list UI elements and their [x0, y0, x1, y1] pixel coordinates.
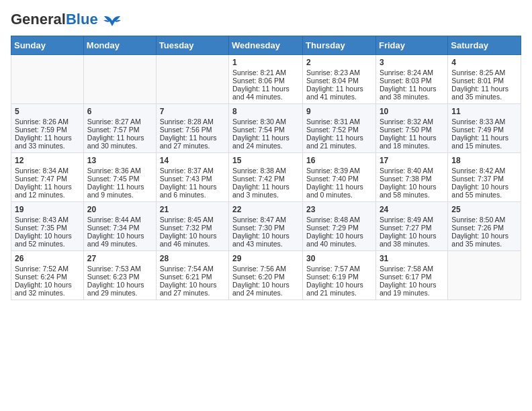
day-info: Sunset: 7:32 PM	[160, 224, 225, 232]
day-info: Sunrise: 8:23 AM	[306, 68, 372, 77]
day-header-saturday: Saturday	[448, 36, 521, 54]
calendar-cell: 2Sunrise: 8:23 AMSunset: 8:04 PMDaylight…	[303, 54, 376, 103]
day-info: Daylight: 10 hours and 40 minutes.	[306, 232, 372, 248]
day-info: Sunrise: 8:45 AM	[160, 216, 225, 224]
day-info: Sunset: 7:43 PM	[160, 175, 225, 183]
page-header: GeneralBlue	[11, 11, 521, 29]
day-info: Sunset: 7:26 PM	[451, 224, 517, 232]
calendar-cell: 3Sunrise: 8:24 AMSunset: 8:03 PMDaylight…	[375, 54, 447, 103]
day-number: 21	[160, 205, 225, 214]
day-number: 16	[306, 156, 372, 165]
calendar-week-row: 26Sunrise: 7:52 AMSunset: 6:24 PMDayligh…	[11, 250, 521, 300]
calendar-cell: 14Sunrise: 8:37 AMSunset: 7:43 PMDayligh…	[156, 152, 228, 201]
day-info: Sunrise: 8:21 AM	[232, 68, 299, 77]
day-number: 5	[15, 107, 80, 116]
day-header-wednesday: Wednesday	[229, 36, 303, 54]
day-info: Daylight: 11 hours and 15 minutes.	[451, 134, 517, 150]
calendar-week-row: 19Sunrise: 8:43 AMSunset: 7:35 PMDayligh…	[11, 201, 521, 250]
day-info: Sunset: 7:56 PM	[160, 126, 225, 134]
calendar-cell: 22Sunrise: 8:47 AMSunset: 7:30 PMDayligh…	[229, 201, 303, 250]
calendar-cell: 31Sunrise: 7:58 AMSunset: 6:17 PMDayligh…	[375, 250, 447, 300]
calendar-cell: 12Sunrise: 8:34 AMSunset: 7:47 PMDayligh…	[11, 152, 84, 201]
day-number: 30	[306, 254, 372, 263]
day-info: Daylight: 11 hours and 27 minutes.	[160, 134, 225, 150]
day-number: 20	[87, 205, 152, 214]
day-info: Sunset: 8:04 PM	[306, 77, 372, 85]
day-info: Daylight: 11 hours and 18 minutes.	[380, 134, 444, 150]
calendar-cell	[83, 54, 156, 103]
day-info: Daylight: 11 hours and 9 minutes.	[87, 183, 152, 199]
calendar-cell: 16Sunrise: 8:39 AMSunset: 7:40 PMDayligh…	[303, 152, 376, 201]
day-info: Sunset: 7:52 PM	[306, 126, 372, 134]
day-number: 25	[451, 205, 517, 214]
day-info: Sunrise: 8:33 AM	[451, 118, 517, 126]
day-number: 28	[160, 254, 225, 263]
day-number: 10	[380, 107, 444, 116]
day-info: Daylight: 10 hours and 21 minutes.	[306, 281, 372, 297]
day-number: 3	[380, 58, 444, 67]
calendar-cell: 18Sunrise: 8:42 AMSunset: 7:37 PMDayligh…	[448, 152, 521, 201]
calendar-cell: 19Sunrise: 8:43 AMSunset: 7:35 PMDayligh…	[11, 201, 84, 250]
calendar-cell: 10Sunrise: 8:32 AMSunset: 7:50 PMDayligh…	[375, 103, 447, 152]
day-info: Sunrise: 8:34 AM	[15, 167, 80, 175]
day-info: Daylight: 11 hours and 44 minutes.	[232, 85, 299, 101]
day-info: Daylight: 10 hours and 55 minutes.	[451, 183, 517, 199]
day-info: Sunrise: 7:52 AM	[15, 265, 80, 273]
day-info: Sunrise: 7:56 AM	[232, 265, 299, 273]
day-number: 31	[380, 254, 444, 263]
day-info: Daylight: 10 hours and 43 minutes.	[232, 232, 299, 248]
day-info: Sunset: 7:29 PM	[306, 224, 372, 232]
day-info: Daylight: 11 hours and 3 minutes.	[232, 183, 299, 199]
day-info: Sunset: 6:19 PM	[306, 273, 372, 281]
calendar-cell: 8Sunrise: 8:30 AMSunset: 7:54 PMDaylight…	[229, 103, 303, 152]
day-info: Sunrise: 8:38 AM	[232, 167, 299, 175]
day-info: Sunrise: 8:43 AM	[15, 216, 80, 224]
day-info: Sunrise: 8:32 AM	[380, 118, 444, 126]
day-info: Sunset: 7:27 PM	[380, 224, 444, 232]
day-info: Sunrise: 7:57 AM	[306, 265, 372, 273]
calendar-week-row: 12Sunrise: 8:34 AMSunset: 7:47 PMDayligh…	[11, 152, 521, 201]
day-info: Sunrise: 8:24 AM	[380, 68, 444, 77]
day-number: 8	[232, 107, 299, 116]
calendar-cell: 29Sunrise: 7:56 AMSunset: 6:20 PMDayligh…	[229, 250, 303, 300]
calendar-cell: 6Sunrise: 8:27 AMSunset: 7:57 PMDaylight…	[83, 103, 156, 152]
day-info: Sunset: 7:38 PM	[380, 175, 444, 183]
day-info: Sunset: 7:45 PM	[87, 175, 152, 183]
calendar-cell	[448, 250, 521, 300]
day-number: 22	[232, 205, 299, 214]
calendar-cell: 9Sunrise: 8:31 AMSunset: 7:52 PMDaylight…	[303, 103, 376, 152]
day-info: Sunrise: 8:30 AM	[232, 118, 299, 126]
calendar-cell: 20Sunrise: 8:44 AMSunset: 7:34 PMDayligh…	[83, 201, 156, 250]
day-number: 15	[232, 156, 299, 165]
day-info: Daylight: 11 hours and 12 minutes.	[15, 183, 80, 199]
day-info: Sunrise: 8:42 AM	[451, 167, 517, 175]
day-info: Sunrise: 7:58 AM	[380, 265, 444, 273]
day-info: Sunset: 7:35 PM	[15, 224, 80, 232]
day-number: 26	[15, 254, 80, 263]
calendar-cell	[156, 54, 228, 103]
calendar-cell: 30Sunrise: 7:57 AMSunset: 6:19 PMDayligh…	[303, 250, 376, 300]
calendar-cell: 13Sunrise: 8:36 AMSunset: 7:45 PMDayligh…	[83, 152, 156, 201]
day-info: Daylight: 10 hours and 29 minutes.	[87, 281, 152, 297]
calendar-week-row: 5Sunrise: 8:26 AMSunset: 7:59 PMDaylight…	[11, 103, 521, 152]
calendar-cell: 5Sunrise: 8:26 AMSunset: 7:59 PMDaylight…	[11, 103, 84, 152]
calendar-cell: 11Sunrise: 8:33 AMSunset: 7:49 PMDayligh…	[448, 103, 521, 152]
calendar-header-row: SundayMondayTuesdayWednesdayThursdayFrid…	[11, 36, 521, 54]
calendar-cell: 7Sunrise: 8:28 AMSunset: 7:56 PMDaylight…	[156, 103, 228, 152]
day-info: Sunrise: 7:53 AM	[87, 265, 152, 273]
calendar-cell: 26Sunrise: 7:52 AMSunset: 6:24 PMDayligh…	[11, 250, 84, 300]
day-info: Sunrise: 8:48 AM	[306, 216, 372, 224]
day-number: 11	[451, 107, 517, 116]
day-info: Sunset: 6:24 PM	[15, 273, 80, 281]
day-info: Sunrise: 7:54 AM	[160, 265, 225, 273]
day-number: 14	[160, 156, 225, 165]
calendar-cell: 4Sunrise: 8:25 AMSunset: 8:01 PMDaylight…	[448, 54, 521, 103]
day-info: Sunrise: 8:26 AM	[15, 118, 80, 126]
calendar-cell: 27Sunrise: 7:53 AMSunset: 6:23 PMDayligh…	[83, 250, 156, 300]
day-info: Sunset: 7:37 PM	[451, 175, 517, 183]
day-info: Sunset: 7:47 PM	[15, 175, 80, 183]
day-header-thursday: Thursday	[303, 36, 376, 54]
calendar-cell: 15Sunrise: 8:38 AMSunset: 7:42 PMDayligh…	[229, 152, 303, 201]
logo-bird-icon	[103, 14, 122, 29]
logo-text: GeneralBlue	[11, 11, 122, 29]
